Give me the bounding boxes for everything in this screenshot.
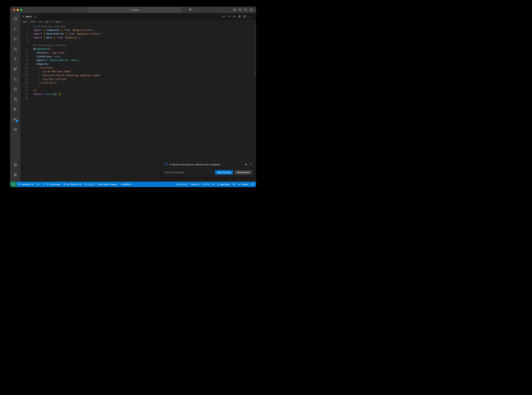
view-commit-button[interactable]: View Commit <box>215 170 233 175</box>
line-content: `, <box>33 85 39 89</box>
breadcrumb-item[interactable]: apps <box>22 21 27 23</box>
activity-item-source-control[interactable] <box>13 37 17 41</box>
breadcrumb-item-file[interactable]: app.ts <box>55 21 61 23</box>
activity-item-nx-graph[interactable] <box>13 87 17 91</box>
info-icon <box>165 163 168 166</box>
activity-item-nx-project-details[interactable] <box>13 77 17 81</box>
status-bar: add-heroLaunchpadNx Cloud AI Fix00Auto A… <box>10 182 256 187</box>
statusbar-item-nx-cloud-ai-fix[interactable]: Nx Cloud AI Fix <box>63 183 82 186</box>
code-line: 16}) <box>20 89 256 93</box>
zoom-button[interactable] <box>20 9 22 11</box>
statusbar-item-language[interactable]: {} TypeScript <box>217 183 230 186</box>
breadcrumb-separator: › <box>28 21 29 23</box>
rocket-icon <box>46 183 49 186</box>
nav-forward-circle-icon[interactable] <box>233 15 236 18</box>
activity-item-run-and-debug[interactable] <box>13 47 17 51</box>
typescript-file-icon: TS <box>52 21 54 23</box>
nav-back-circle-icon[interactable] <box>222 15 225 18</box>
double-check-icon <box>238 183 241 186</box>
statusbar-item-eol[interactable]: LF <box>212 183 215 186</box>
activity-item-nx-console[interactable]: N>2 <box>13 117 17 121</box>
statusbar-item-launchpad[interactable]: Launchpad <box>43 183 60 186</box>
line-number: 12 <box>20 74 28 77</box>
code-line: 12 subtitle="Build something amazing tod… <box>20 74 256 77</box>
line-number: 17 <box>20 92 28 96</box>
line-content: import { Component } from '@angular/core… <box>33 28 95 32</box>
line-number: 9 <box>20 62 28 66</box>
line-content: standalone: true, <box>33 55 61 59</box>
statusbar-item-notifications[interactable] <box>251 183 254 186</box>
toggle-panel-icon[interactable] <box>244 8 247 11</box>
breadcrumb-item[interactable]: demo <box>30 21 36 23</box>
line-content: export class App {} <box>33 92 61 96</box>
line-number: 2 <box>20 32 28 36</box>
code-line: 9 template: ` <box>20 62 256 66</box>
statusbar-item-git-graph[interactable] <box>37 183 40 186</box>
remote-indicator[interactable] <box>10 182 17 187</box>
statusbar-item-copilot[interactable] <box>232 183 235 186</box>
statusbar-item-cursor-position[interactable]: Ln 18, Col 1 <box>176 183 188 186</box>
line-content: selector: 'app-root', <box>33 51 67 55</box>
activity-item-containers[interactable] <box>13 127 17 132</box>
activity-item-nx-graph-search[interactable] <box>13 97 17 101</box>
command-center-search[interactable]: acme <box>88 7 181 12</box>
customize-layout-icon[interactable] <box>233 8 236 11</box>
search-value: acme <box>133 9 139 11</box>
statusbar-item-auto-attach[interactable]: Auto Attach: Always <box>98 183 117 186</box>
tab-app-ts[interactable]: TS app.ts × <box>20 13 38 20</box>
navigate-back-button[interactable]: ← <box>77 8 79 11</box>
statusbar-item-encoding[interactable]: UTF-8 <box>203 183 209 186</box>
more-actions-icon[interactable] <box>248 15 251 18</box>
notification-settings-gear-icon[interactable] <box>245 163 247 166</box>
code-line: 1import { Component } from '@angular/cor… <box>20 28 256 32</box>
code-editor[interactable]: You, 26 minutes ago | 1 author (You)1imp… <box>20 24 256 182</box>
activity-item-extensions[interactable] <box>13 67 17 71</box>
view-results-button[interactable]: View Results <box>234 170 252 175</box>
breadcrumb: apps›demo›src›app›TSapp.ts›… <box>20 20 256 24</box>
close-tab-icon[interactable]: × <box>35 15 36 18</box>
vscode-window: ← → acme N>2 TS app.ts × <box>10 7 256 187</box>
toggle-secondary-sidebar-icon[interactable] <box>250 8 253 11</box>
activity-item-accounts[interactable] <box>13 163 17 167</box>
breadcrumb-item[interactable]: src <box>39 21 42 23</box>
statusbar-item-branch-add-hero[interactable]: add-hero <box>18 183 34 186</box>
statusbar-item-prettier[interactable]: Prettier <box>238 183 248 186</box>
graph-circle-icon[interactable] <box>238 15 241 18</box>
toggle-primary-sidebar-icon[interactable] <box>239 8 242 11</box>
line-number: 10 <box>20 66 28 70</box>
split-editor-icon[interactable] <box>243 15 246 18</box>
navigate-forward-button[interactable]: → <box>82 8 85 11</box>
line-content: ></lib-hero> <box>33 81 57 85</box>
statusbar-item-vim-mode[interactable]: -- NORMAL -- <box>120 183 133 186</box>
overview-ruler-marker <box>254 74 256 74</box>
copilot-menu-button[interactable] <box>189 8 194 11</box>
git-graph-icon <box>37 183 40 186</box>
activity-item-explorer[interactable] <box>13 17 17 21</box>
activity-item-edge-tools[interactable] <box>13 107 17 111</box>
statusbar-item-indentation[interactable]: Spaces: 2 <box>191 183 200 186</box>
close-button[interactable] <box>13 9 15 11</box>
statusbar-label: Nx Cloud AI Fix <box>67 183 82 186</box>
activity-bar: N>2 <box>10 13 20 182</box>
code-line: 17export class App {} <box>20 92 256 96</box>
error-icon <box>85 183 87 186</box>
desktop: ← → acme N>2 TS app.ts × <box>0 0 266 198</box>
nav-circle-icon[interactable] <box>228 15 230 18</box>
statusbar-label: LF <box>212 183 215 186</box>
titlebar: ← → acme <box>10 7 256 13</box>
typescript-file-icon: TS <box>22 16 25 17</box>
statusbar-item-problems[interactable]: 00 <box>85 183 95 186</box>
breadcrumb-overflow[interactable]: … <box>64 21 66 23</box>
wrench-icon <box>63 183 66 186</box>
activity-item-search[interactable] <box>13 27 17 31</box>
statusbar-label: -- NORMAL -- <box>120 183 133 186</box>
code-line: 7 standalone: true, <box>20 55 256 59</box>
notification-close-icon[interactable] <box>249 163 252 166</box>
code-line: 3import { Hero } from '@acme/ui'; <box>20 36 256 40</box>
scrollbar[interactable] <box>254 24 256 74</box>
breadcrumb-item[interactable]: app <box>45 21 49 23</box>
line-number: 11 <box>20 70 28 74</box>
minimize-button[interactable] <box>17 9 19 11</box>
activity-item-testing[interactable] <box>13 57 17 61</box>
activity-item-settings[interactable] <box>13 173 17 177</box>
